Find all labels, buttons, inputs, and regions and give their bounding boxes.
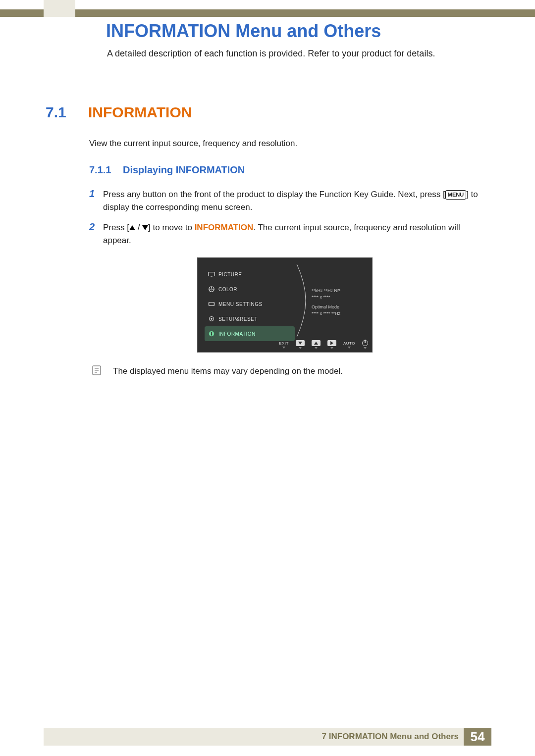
osd-item-menu-settings: MENU SETTINGS (205, 297, 295, 311)
osd-btn-auto-label: AUTO (343, 341, 355, 346)
subsection-number: 7.1.1 (89, 164, 111, 176)
top-tab (44, 0, 75, 17)
svg-point-3 (213, 289, 214, 290)
section-number: 7.1 (46, 104, 66, 121)
step-1: 1 Press any button on the front of the p… (89, 188, 485, 213)
osd-swoosh (295, 264, 308, 337)
osd-item-menu-settings-label: MENU SETTINGS (218, 302, 263, 307)
step-1-text-a: Press any button on the front of the pro… (103, 190, 445, 199)
osd-btn-marker-icon (330, 347, 333, 349)
osd-btn-auto: AUTO (343, 341, 355, 349)
step-2-number: 2 (89, 221, 103, 247)
osd-info-line-1: **kHz **Hz NP (312, 288, 340, 294)
information-icon (205, 330, 218, 337)
subsection-title: Displaying INFORMATION (123, 164, 245, 176)
power-icon (362, 340, 368, 346)
step-2-info-word: INFORMATION (195, 223, 254, 232)
svg-rect-11 (211, 333, 212, 335)
osd-item-color: COLOR (205, 282, 295, 297)
osd-item-information-label: INFORMATION (218, 331, 256, 337)
osd-btn-exit: EXIT (279, 341, 289, 349)
step-2-text: Press [ / ] to move to INFORMATION. The … (103, 221, 485, 247)
page-title: INFORMATION Menu and Others (106, 21, 381, 42)
osd-btn-down (296, 340, 305, 349)
footer-bar: 7 INFORMATION Menu and Others 54 (44, 728, 491, 746)
down-arrow-icon (142, 225, 148, 230)
svg-point-9 (211, 318, 213, 320)
osd-button-bar: EXIT AUTO (198, 339, 372, 350)
menu-settings-icon (205, 301, 218, 307)
note-icon (91, 365, 102, 376)
osd-menu: PICTURE COLOR MENU SETTINGS SETUP&RESET … (205, 267, 295, 341)
top-accent-bar (0, 9, 535, 17)
svg-rect-1 (211, 276, 213, 277)
osd-btn-marker-icon (348, 347, 351, 349)
section-description: View the current input source, frequency… (89, 139, 297, 149)
picture-icon (205, 271, 218, 278)
menu-key-icon: MENU (445, 190, 466, 200)
intro-text: A detailed description of each function … (107, 49, 435, 59)
step-1-number: 1 (89, 188, 103, 213)
osd-btn-right-icon (327, 340, 336, 346)
osd-item-picture-label: PICTURE (218, 272, 242, 277)
footer-page-number: 54 (464, 728, 491, 746)
step-2-text-b: ] to move to (148, 223, 195, 232)
osd-item-setup-reset: SETUP&RESET (205, 311, 295, 326)
osd-btn-down-icon (296, 340, 305, 346)
osd-btn-marker-icon (299, 347, 302, 349)
osd-btn-up (312, 340, 321, 349)
svg-rect-0 (209, 272, 214, 276)
svg-rect-12 (211, 332, 212, 333)
osd-info-line-2: **** x **** (312, 294, 340, 301)
svg-rect-5 (209, 302, 214, 306)
step-list: 1 Press any button on the front of the p… (89, 188, 485, 254)
osd-info-line-4: **** x **** **Hz (312, 310, 340, 317)
step-2: 2 Press [ / ] to move to INFORMATION. Th… (89, 221, 485, 247)
step-1-text: Press any button on the front of the pro… (103, 188, 485, 213)
footer-chapter-text: 7 INFORMATION Menu and Others (322, 732, 459, 742)
osd-btn-marker-icon (315, 347, 318, 349)
osd-info-line-3: Optimal Mode (312, 304, 340, 310)
osd-btn-power (362, 340, 368, 349)
osd-btn-right (327, 340, 336, 349)
osd-item-color-label: COLOR (218, 287, 237, 292)
osd-btn-exit-label: EXIT (279, 341, 289, 346)
osd-btn-up-icon (312, 340, 321, 346)
osd-info-panel: **kHz **Hz NP **** x **** Optimal Mode *… (312, 288, 340, 316)
osd-item-picture: PICTURE (205, 267, 295, 282)
svg-point-2 (211, 287, 212, 288)
step-2-text-a: Press [ (103, 223, 129, 232)
color-icon (205, 286, 218, 293)
up-arrow-icon (129, 225, 135, 230)
section-title: INFORMATION (88, 104, 192, 121)
arrow-slash: / (135, 223, 142, 232)
osd-btn-marker-icon (364, 347, 367, 349)
osd-screenshot: PICTURE COLOR MENU SETTINGS SETUP&RESET … (197, 257, 373, 353)
setup-reset-icon (205, 315, 218, 322)
osd-btn-marker-icon (282, 347, 285, 349)
osd-item-setup-reset-label: SETUP&RESET (218, 316, 258, 322)
note-text: The displayed menu items may vary depend… (113, 366, 343, 376)
svg-point-4 (210, 289, 211, 290)
